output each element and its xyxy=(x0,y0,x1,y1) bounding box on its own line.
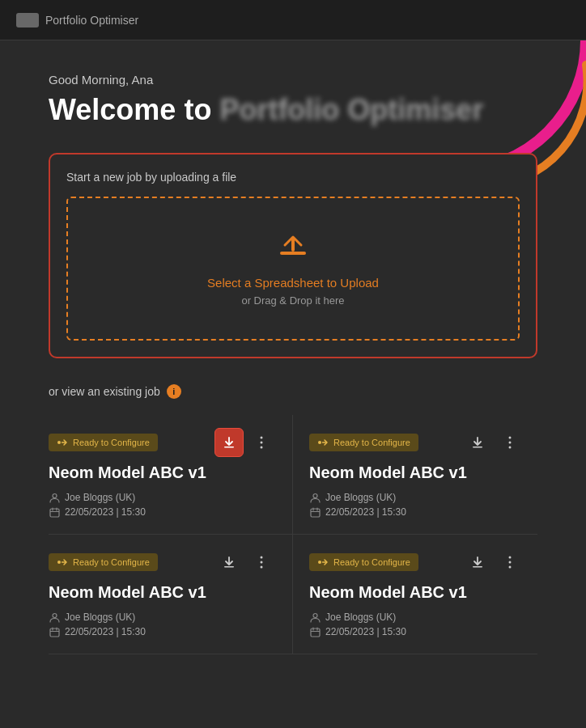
calendar-icon xyxy=(309,626,321,637)
svg-point-13 xyxy=(318,441,321,444)
app-name: Portfolio Optimiser xyxy=(219,93,483,127)
job-card: Ready to Configure xyxy=(293,415,537,535)
status-badge-text: Ready to Configure xyxy=(73,557,150,567)
download-button[interactable] xyxy=(214,428,244,457)
status-badge-icon xyxy=(317,437,329,448)
calendar-icon xyxy=(309,506,321,518)
user-name: Joe Bloggs (UK) xyxy=(325,492,396,503)
upload-select-text[interactable]: Select a Spreadsheet to Upload xyxy=(84,276,502,290)
download-button[interactable] xyxy=(463,428,492,457)
user-icon xyxy=(309,492,321,503)
svg-point-18 xyxy=(509,447,512,449)
job-title: Neom Model ABC v1 xyxy=(49,583,276,602)
svg-rect-42 xyxy=(311,629,320,637)
job-meta-date: 22/05/2023 | 15:30 xyxy=(309,626,524,637)
job-card: Ready to Configure xyxy=(49,535,293,654)
svg-rect-26 xyxy=(224,566,234,568)
calendar-icon xyxy=(49,506,60,518)
job-meta-user: Joe Bloggs (UK) xyxy=(49,612,276,623)
upload-icon xyxy=(84,231,502,266)
status-badge-text: Ready to Configure xyxy=(333,438,410,447)
info-icon[interactable]: i xyxy=(167,384,181,399)
job-card-header: Ready to Configure xyxy=(309,548,524,577)
upload-section: Start a new job by uploading a file Sele… xyxy=(49,153,537,358)
job-date: 22/05/2023 | 15:30 xyxy=(325,506,406,518)
status-badge: Ready to Configure xyxy=(49,553,158,571)
status-badge: Ready to Configure xyxy=(309,434,418,451)
job-card-header: Ready to Configure xyxy=(49,428,276,457)
svg-point-38 xyxy=(509,557,512,559)
download-button[interactable] xyxy=(463,548,492,577)
navbar-title: Portfolio Optimiser xyxy=(45,14,138,27)
svg-point-41 xyxy=(313,613,317,617)
job-card: Ready to Configure xyxy=(49,415,293,535)
download-button[interactable] xyxy=(214,548,244,577)
status-badge: Ready to Configure xyxy=(49,434,158,451)
svg-point-17 xyxy=(509,442,512,444)
job-title: Neom Model ABC v1 xyxy=(49,463,276,482)
user-name: Joe Bloggs (UK) xyxy=(65,492,135,503)
svg-rect-4 xyxy=(224,447,234,448)
job-date: 22/05/2023 | 15:30 xyxy=(325,626,406,637)
svg-rect-0 xyxy=(280,252,306,255)
card-actions xyxy=(214,428,276,457)
svg-point-2 xyxy=(57,441,61,444)
calendar-icon xyxy=(49,626,60,637)
main-content: Good Morning, Ana Welcome to Portfolio O… xyxy=(0,40,586,687)
svg-point-29 xyxy=(261,566,263,569)
svg-point-8 xyxy=(53,493,57,497)
welcome-prefix: Welcome to xyxy=(49,93,211,127)
status-badge-icon xyxy=(57,437,68,448)
job-meta-user: Joe Bloggs (UK) xyxy=(309,612,524,623)
svg-point-24 xyxy=(57,561,61,564)
more-options-button[interactable] xyxy=(495,428,524,457)
svg-point-39 xyxy=(509,561,512,564)
svg-point-28 xyxy=(261,561,263,564)
more-options-button[interactable] xyxy=(247,428,276,457)
greeting-text: Good Morning, Ana xyxy=(49,73,537,87)
job-card-header: Ready to Configure xyxy=(49,548,276,577)
navbar: Portfolio Optimiser xyxy=(0,0,586,40)
status-badge-icon xyxy=(317,557,329,568)
job-meta-date: 22/05/2023 | 15:30 xyxy=(49,626,276,637)
more-options-button[interactable] xyxy=(247,548,276,577)
user-name: Joe Bloggs (UK) xyxy=(325,612,396,623)
svg-point-7 xyxy=(261,447,263,449)
svg-point-30 xyxy=(53,613,57,617)
navbar-logo xyxy=(16,13,39,28)
user-name: Joe Bloggs (UK) xyxy=(65,612,135,623)
job-date: 22/05/2023 | 15:30 xyxy=(65,626,146,637)
svg-rect-20 xyxy=(311,509,320,517)
job-meta: Joe Bloggs (UK) 22/05/2023 | 15:30 xyxy=(49,492,276,518)
user-icon xyxy=(309,612,321,623)
svg-rect-31 xyxy=(50,629,59,637)
user-icon xyxy=(49,492,60,503)
upload-label: Start a new job by uploading a file xyxy=(66,171,520,184)
job-meta-user: Joe Bloggs (UK) xyxy=(49,492,276,503)
status-badge-icon xyxy=(57,557,68,568)
status-badge-text: Ready to Configure xyxy=(333,557,410,567)
card-actions xyxy=(463,428,524,457)
card-actions xyxy=(463,548,524,577)
job-meta-date: 22/05/2023 | 15:30 xyxy=(49,506,276,518)
job-meta: Joe Bloggs (UK) 22/05/2023 | 15:30 xyxy=(49,612,276,637)
job-card: Ready to Configure xyxy=(293,535,537,654)
svg-point-40 xyxy=(509,566,512,569)
jobs-grid: Ready to Configure xyxy=(49,415,537,654)
welcome-title: Welcome to Portfolio Optimiser xyxy=(49,93,537,127)
status-badge: Ready to Configure xyxy=(309,553,418,571)
job-meta: Joe Bloggs (UK) 22/05/2023 | 15:30 xyxy=(309,492,524,518)
job-title: Neom Model ABC v1 xyxy=(309,463,524,482)
existing-jobs-label: or view an existing job i xyxy=(49,384,537,399)
svg-point-35 xyxy=(318,561,321,564)
existing-jobs-text: or view an existing job xyxy=(49,385,160,398)
status-badge-text: Ready to Configure xyxy=(73,438,150,447)
upload-dropzone[interactable]: Select a Spreadsheet to Upload or Drag &… xyxy=(66,197,520,341)
svg-rect-9 xyxy=(50,509,59,517)
more-options-button[interactable] xyxy=(495,548,524,577)
upload-drag-text: or Drag & Drop it here xyxy=(84,294,502,307)
svg-point-19 xyxy=(313,493,317,497)
card-actions xyxy=(214,548,276,577)
job-meta: Joe Bloggs (UK) 22/05/2023 | 15:30 xyxy=(309,612,524,637)
user-icon xyxy=(49,612,60,623)
